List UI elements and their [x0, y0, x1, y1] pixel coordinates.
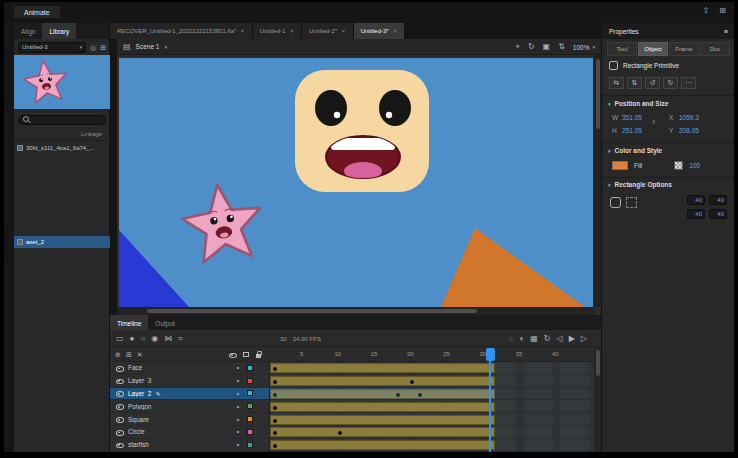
insert-keyframe-icon[interactable]: ●: [130, 335, 135, 343]
add-layer-icon[interactable]: ⊕: [115, 351, 121, 358]
keyframe-dot[interactable]: [273, 419, 277, 423]
layer-frames-Polygon[interactable]: [270, 400, 594, 413]
layer-visibility-icon[interactable]: [115, 428, 124, 436]
document-tab-2[interactable]: Untitled-1✕: [253, 23, 302, 39]
zoom-stepper-icon[interactable]: ⇅: [558, 43, 565, 51]
timeline-vertical-scrollbar[interactable]: [594, 347, 601, 452]
fps-value[interactable]: 24.00 FPS: [293, 336, 321, 342]
keyframe-dot[interactable]: [273, 380, 277, 384]
section-position-size[interactable]: ▾ Position and Size: [608, 100, 668, 107]
layer-visibility-dot[interactable]: •: [233, 377, 243, 384]
step-forward-icon[interactable]: ▷: [581, 335, 587, 343]
scrollbar-thumb[interactable]: [596, 350, 600, 376]
section-rectangle-options[interactable]: ▾ Rectangle Options: [608, 181, 672, 188]
edit-scene-icon[interactable]: ▤: [123, 43, 131, 51]
new-library-panel-icon[interactable]: ⊞: [100, 44, 106, 51]
document-tab-4[interactable]: Untitled-3*✕: [354, 23, 406, 39]
x-value[interactable]: 1059.3: [679, 114, 712, 121]
onion-outlines-icon[interactable]: ◐: [519, 335, 524, 343]
layer-color-swatch[interactable]: [247, 429, 253, 435]
zoom-control[interactable]: 100% ▾: [573, 44, 595, 51]
panel-tab-output[interactable]: Output: [148, 315, 182, 331]
layer-visibility-dot[interactable]: •: [233, 364, 243, 371]
insert-blank-keyframe-icon[interactable]: ○: [140, 335, 145, 343]
properties-tab-doc[interactable]: Doc: [700, 42, 730, 56]
rotate-cw-button[interactable]: ↻: [663, 77, 678, 89]
layer-row-Layer_3[interactable]: Layer_3•: [110, 375, 269, 388]
layer-frames-starfish[interactable]: [270, 439, 594, 452]
delete-layer-icon[interactable]: ✕: [137, 351, 143, 358]
layer-visibility-dot[interactable]: •: [233, 428, 243, 435]
keyframe-dot[interactable]: [273, 444, 277, 448]
playhead-marker[interactable]: [486, 348, 495, 361]
flip-horizontal-button[interactable]: ⇆: [609, 77, 624, 89]
layer-visibility-dot[interactable]: •: [233, 441, 243, 448]
frame-span[interactable]: [270, 402, 495, 412]
properties-tab-object[interactable]: Object: [638, 42, 668, 56]
close-tab-icon[interactable]: ✕: [240, 28, 245, 34]
corner-radius-input-3[interactable]: 40: [687, 209, 705, 219]
layer-visibility-dot[interactable]: •: [233, 416, 243, 423]
camera-icon[interactable]: ◉: [151, 335, 158, 343]
add-folder-icon[interactable]: ⊞: [126, 351, 132, 358]
frame-span[interactable]: [270, 440, 495, 450]
layer-color-swatch[interactable]: [247, 403, 253, 409]
layer-parenting-icon[interactable]: ⋈: [164, 335, 172, 343]
keyframe-dot[interactable]: [273, 431, 277, 435]
corner-radius-input-1[interactable]: 40: [687, 195, 705, 205]
layer-color-swatch[interactable]: [247, 365, 253, 371]
document-tab-3[interactable]: Untitled-2*✕: [302, 23, 354, 39]
layer-visibility-icon[interactable]: [115, 441, 124, 449]
layer-visibility-icon[interactable]: [115, 389, 124, 397]
fill-swatch[interactable]: [612, 161, 628, 170]
lock-all-layers-icon[interactable]: [255, 351, 263, 359]
layer-visibility-dot[interactable]: •: [233, 403, 243, 410]
frame-span[interactable]: [270, 415, 495, 425]
rotation-tool-icon[interactable]: ↻: [528, 43, 535, 51]
frames-grid[interactable]: [269, 362, 594, 452]
y-value[interactable]: 208.05: [679, 127, 712, 134]
pin-library-icon[interactable]: ◎: [90, 44, 96, 51]
corner-radius-icon[interactable]: [610, 197, 621, 208]
panel-tab-align[interactable]: Align: [14, 23, 42, 39]
layer-color-swatch[interactable]: [247, 378, 253, 384]
alpha-checker-icon[interactable]: [674, 161, 683, 170]
frame-span[interactable]: [270, 363, 495, 373]
share-icon[interactable]: ⇧: [703, 7, 710, 15]
layer-visibility-icon[interactable]: [115, 377, 124, 385]
panel-menu-icon[interactable]: ≡: [724, 28, 728, 35]
layer-visibility-icon[interactable]: [115, 364, 124, 372]
layer-row-Circle[interactable]: Circle•: [110, 426, 269, 439]
stage-vertical-scrollbar[interactable]: [594, 55, 601, 307]
face-shape[interactable]: [295, 70, 429, 192]
fill-alpha-value[interactable]: 100: [689, 162, 700, 169]
properties-tab-frame[interactable]: Frame: [669, 42, 699, 56]
properties-tab-tool[interactable]: Tool: [607, 42, 637, 56]
layer-row-Face[interactable]: Face•: [110, 362, 269, 375]
width-value[interactable]: 351.05: [622, 114, 655, 121]
scene-breadcrumb[interactable]: Scene 1: [136, 43, 160, 50]
graph-editor-icon[interactable]: ≈: [178, 335, 182, 343]
close-tab-icon[interactable]: ✕: [393, 28, 398, 34]
library-search-input[interactable]: [18, 115, 106, 125]
edit-multiple-frames-icon[interactable]: ▦: [530, 335, 538, 343]
workspace-switcher-icon[interactable]: ⊞: [719, 7, 726, 15]
panel-tab-timeline[interactable]: Timeline: [110, 315, 148, 331]
library-item[interactable]: aset_2: [14, 236, 110, 248]
library-item[interactable]: 30fd_s111_4ca1_9a74_...: [14, 142, 110, 154]
layer-row-Layer_2[interactable]: Layer_2✎•: [110, 388, 269, 401]
panel-tab-library[interactable]: Library: [42, 23, 76, 39]
more-options-button[interactable]: ⋯: [681, 77, 696, 89]
stage-canvas[interactable]: [119, 58, 593, 307]
loop-icon[interactable]: ↻: [544, 335, 551, 343]
chevron-down-icon[interactable]: ▾: [164, 44, 167, 50]
layer-visibility-dot[interactable]: •: [233, 390, 243, 397]
flip-vertical-button[interactable]: ⇅: [627, 77, 642, 89]
document-tab-1[interactable]: RECOVER_Untitled-1_20221222153821.fla*✕: [110, 23, 253, 39]
layer-color-swatch[interactable]: [247, 416, 253, 422]
layer-visibility-icon[interactable]: [115, 402, 124, 410]
step-back-icon[interactable]: ◁: [557, 335, 563, 343]
section-color-style[interactable]: ▾ Color and Style: [608, 147, 662, 154]
clip-content-icon[interactable]: ▣: [543, 43, 551, 51]
current-frame-value[interactable]: 30: [280, 336, 287, 342]
